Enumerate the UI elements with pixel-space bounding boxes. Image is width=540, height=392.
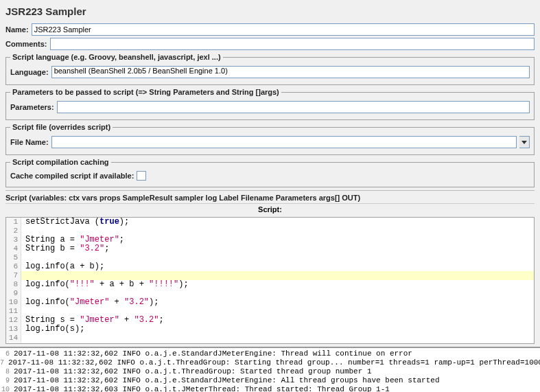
cache-legend: Script compilation caching [10, 158, 111, 166]
parameters-legend: Parameters to be passed to script (=> St… [10, 88, 281, 96]
name-label: Name: [5, 25, 29, 34]
chevron-down-icon [521, 141, 527, 144]
name-input[interactable] [32, 23, 535, 36]
parameters-label: Parameters: [10, 103, 54, 111]
language-legend: Script language (e.g. Groovy, beanshell,… [10, 53, 223, 61]
log-line: 72017-11-08 11:32:32,602 INFO o.a.j.t.Th… [0, 358, 540, 367]
code-text[interactable]: log.info("!!!" + a + b + "!!!!"); [21, 280, 189, 289]
cache-label: Cache compiled script if available: [10, 172, 134, 180]
page-title: JSR223 Sampler [5, 3, 535, 21]
code-text[interactable]: log.info(a + b); [21, 262, 104, 271]
editor-line[interactable]: 1setStrictJava (true); [6, 218, 534, 227]
file-label: File Name: [10, 138, 49, 146]
log-text: 2017-11-08 11:32:32,602 INFO o.a.j.t.Thr… [7, 358, 540, 367]
file-input[interactable] [51, 136, 517, 148]
log-panel[interactable]: 62017-11-08 11:32:32,602 INFO o.a.j.e.St… [0, 347, 540, 392]
file-browse-button[interactable] [519, 136, 530, 148]
editor-line[interactable]: 13log.info(s); [6, 325, 534, 334]
line-number: 7 [6, 271, 21, 280]
line-number: 8 [6, 280, 21, 289]
log-line: 62017-11-08 11:32:32,602 INFO o.a.j.e.St… [0, 349, 540, 358]
code-text[interactable]: log.info("Jmeter" + "3.2"); [21, 298, 159, 307]
editor-line[interactable]: 4String b = "3.2"; [6, 244, 534, 253]
line-number: 14 [6, 334, 21, 343]
line-number: 5 [6, 253, 21, 262]
log-line-number: 10 [0, 385, 12, 392]
comments-label: Comments: [5, 40, 47, 48]
line-number: 10 [6, 298, 21, 307]
log-line-number: 6 [0, 349, 12, 358]
separator [5, 190, 535, 191]
script-editor[interactable]: 1setStrictJava (true);23String a = "Jmet… [5, 217, 535, 344]
file-group: Script file (overrides script) File Name… [5, 123, 535, 155]
script-label: Script: [5, 203, 535, 215]
log-text: 2017-11-08 11:32:32,602 INFO o.a.j.e.Sta… [12, 349, 412, 358]
editor-line[interactable]: 12String s = "Jmeter" + "3.2"; [6, 316, 534, 325]
parameters-group: Parameters to be passed to script (=> St… [5, 88, 535, 120]
log-text: 2017-11-08 11:32:32,602 INFO o.a.j.t.Thr… [12, 367, 372, 376]
editor-line[interactable]: 10log.info("Jmeter" + "3.2"); [6, 298, 534, 307]
code-text[interactable]: log.info(s); [21, 325, 84, 334]
line-number: 13 [6, 325, 21, 334]
script-legend: Script (variables: ctx vars props Sample… [5, 192, 535, 203]
code-text[interactable]: String b = "3.2"; [21, 244, 109, 253]
line-number: 11 [6, 307, 21, 316]
parameters-input[interactable] [57, 101, 530, 113]
line-number: 12 [6, 316, 21, 325]
line-number: 6 [6, 262, 21, 271]
cache-checkbox[interactable] [137, 171, 146, 181]
language-group: Script language (e.g. Groovy, beanshell,… [5, 53, 535, 85]
editor-line[interactable]: 8log.info("!!!" + a + b + "!!!!"); [6, 280, 534, 289]
log-line-number: 8 [0, 367, 12, 376]
log-text: 2017-11-08 11:32:32,603 INFO o.a.j.t.JMe… [12, 385, 390, 392]
log-text: 2017-11-08 11:32:32,602 INFO o.a.j.e.Sta… [12, 376, 440, 385]
line-number: 3 [6, 235, 21, 244]
log-line-number: 7 [0, 358, 7, 367]
comments-input[interactable] [50, 38, 535, 50]
code-text[interactable]: setStrictJava (true); [21, 218, 129, 227]
editor-line[interactable]: 14 [6, 334, 534, 343]
line-number: 1 [6, 218, 21, 227]
file-legend: Script file (overrides script) [10, 123, 113, 131]
editor-line[interactable]: 6log.info(a + b); [6, 262, 534, 271]
language-select[interactable]: beanshell (BeanShell 2.0b5 / BeanShell E… [51, 66, 530, 78]
language-label: Language: [10, 68, 49, 76]
log-line: 92017-11-08 11:32:32,602 INFO o.a.j.e.St… [0, 376, 540, 385]
line-number: 9 [6, 289, 21, 298]
code-text[interactable] [21, 334, 25, 343]
log-line: 102017-11-08 11:32:32,603 INFO o.a.j.t.J… [0, 385, 540, 392]
line-number: 2 [6, 227, 21, 235]
log-line: 82017-11-08 11:32:32,602 INFO o.a.j.t.Th… [0, 367, 540, 376]
cache-group: Script compilation caching Cache compile… [5, 158, 535, 187]
log-line-number: 9 [0, 376, 12, 385]
line-number: 4 [6, 244, 21, 253]
